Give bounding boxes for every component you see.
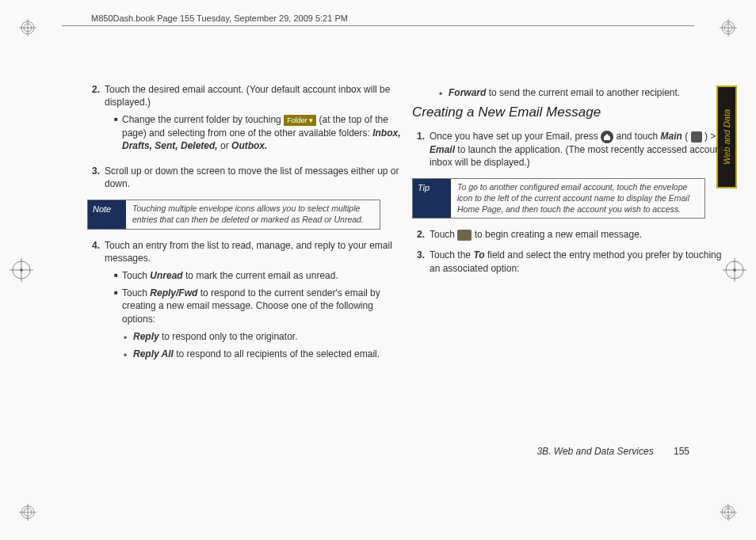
bullet-icon bbox=[124, 330, 133, 344]
reply-all-label: Reply All bbox=[133, 348, 174, 359]
r1-d: ) > bbox=[704, 131, 716, 142]
note-box: Note Touching multiple envelope icons al… bbox=[87, 200, 380, 229]
folder-button[interactable]: Folder ▾ bbox=[284, 115, 316, 126]
step-2-or: or bbox=[220, 140, 231, 151]
step-2-number: 2. bbox=[87, 83, 105, 157]
footer: 3B. Web and Data Services 155 bbox=[536, 446, 689, 457]
square-bullet-icon: ■ bbox=[114, 269, 122, 282]
crop-mark-tl bbox=[19, 19, 36, 36]
main-menu-icon[interactable] bbox=[691, 131, 702, 143]
note-body: Touching multiple envelope icons allows … bbox=[126, 200, 380, 228]
s4-sub1-a: Touch bbox=[122, 270, 150, 281]
s4-sub2-a: Touch bbox=[122, 287, 150, 299]
s4-sub1-c: to mark the current email as unread. bbox=[183, 270, 338, 281]
step-2-text: Touch the desired email account. (Your d… bbox=[105, 84, 390, 108]
step-4-number: 4. bbox=[87, 239, 105, 366]
svg-rect-23 bbox=[734, 269, 736, 272]
reply-fwd-label: Reply/Fwd bbox=[150, 287, 197, 299]
square-bullet-icon: ■ bbox=[114, 287, 122, 325]
right-column: Forward to send the current email to ano… bbox=[412, 83, 729, 283]
tip-box: Tip To go to another configured email ac… bbox=[412, 178, 705, 219]
compose-icon[interactable] bbox=[457, 230, 472, 241]
note-label: Note bbox=[88, 200, 126, 228]
r2-b: to begin creating a new email message. bbox=[475, 229, 642, 240]
main-label: Main bbox=[661, 131, 682, 142]
svg-rect-19 bbox=[21, 269, 23, 272]
r3-a: Touch the bbox=[430, 249, 473, 260]
crop-mark-tr bbox=[720, 19, 737, 36]
r1-c: ( bbox=[685, 131, 690, 142]
header-book-meta: M850Dash.book Page 155 Tuesday, Septembe… bbox=[87, 13, 352, 23]
bullet-icon bbox=[124, 348, 133, 362]
crop-mark-bl bbox=[19, 504, 36, 521]
email-label: Email bbox=[430, 144, 455, 155]
b2-text: to respond to all recipients of the sele… bbox=[174, 348, 380, 359]
header-rule bbox=[62, 25, 694, 26]
outbox-label: Outbox. bbox=[231, 140, 267, 151]
registration-left-icon bbox=[10, 258, 33, 282]
footer-page: 155 bbox=[674, 446, 689, 457]
tip-body: To go to another configured email accoun… bbox=[451, 179, 704, 218]
r-step-1-number: 1. bbox=[412, 130, 430, 169]
r1-e: to launch the application. (The most rec… bbox=[430, 144, 723, 168]
r-step-3-number: 3. bbox=[412, 249, 430, 274]
footer-section: 3B. Web and Data Services bbox=[536, 446, 653, 457]
r-step-2-number: 2. bbox=[412, 228, 430, 241]
to-label: To bbox=[473, 249, 484, 260]
tip-label: Tip bbox=[413, 179, 451, 218]
b3-text: to send the current email to another rec… bbox=[486, 87, 680, 98]
r1-b: and touch bbox=[616, 131, 660, 142]
b1-text: to respond only to the originator. bbox=[159, 331, 298, 342]
square-bullet-icon: ■ bbox=[114, 113, 122, 152]
home-icon[interactable] bbox=[601, 131, 613, 143]
left-column: 2. Touch the desired email account. (You… bbox=[87, 83, 404, 373]
r2-a: Touch bbox=[430, 229, 457, 240]
crop-mark-br bbox=[720, 504, 737, 521]
forward-label: Forward bbox=[449, 87, 486, 98]
bullet-icon bbox=[439, 86, 449, 101]
r1-a: Once you have set up your Email, press bbox=[430, 131, 601, 142]
unread-label: Unread bbox=[150, 270, 182, 281]
step-2-sub-a: Change the current folder by touching bbox=[122, 114, 284, 125]
step-4-text: Touch an entry from the list to read, ma… bbox=[105, 240, 392, 264]
step-3-text: Scroll up or down the screen to move the… bbox=[105, 165, 404, 190]
step-3-number: 3. bbox=[87, 165, 105, 190]
section-heading: Creating a New Email Message bbox=[412, 104, 729, 122]
reply-label: Reply bbox=[133, 331, 159, 342]
